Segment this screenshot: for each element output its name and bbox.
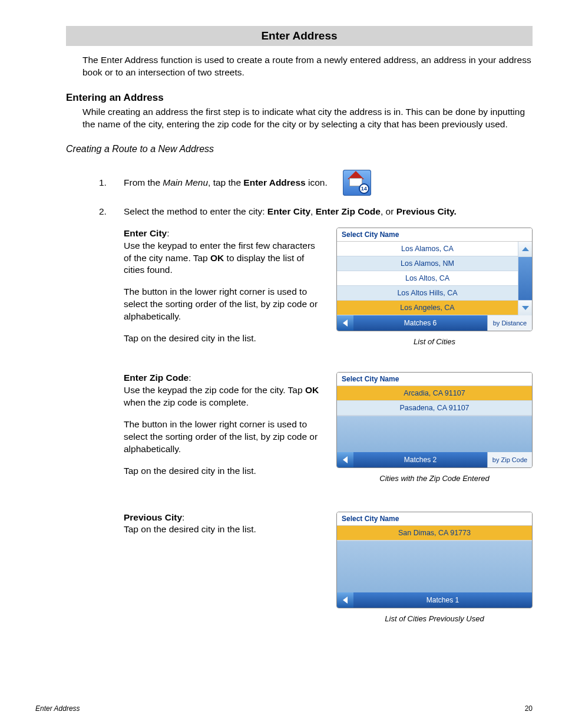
page-footer: Enter Address 20 bbox=[35, 704, 533, 713]
footer-page-number: 20 bbox=[525, 704, 533, 713]
screenshot-caption: Cities with the Zip Code Entered bbox=[336, 474, 533, 483]
entering-address-body: While creating an address the first step… bbox=[82, 106, 533, 131]
matches-label: Matches 2 bbox=[353, 452, 487, 467]
list-item-selected[interactable]: Arcadia, CA 91107 bbox=[337, 386, 532, 401]
enter-zip-text: Enter Zip Code: Use the keypad the zip c… bbox=[124, 372, 322, 486]
back-button[interactable] bbox=[337, 315, 353, 331]
sort-button[interactable]: by Distance bbox=[487, 315, 532, 331]
previous-city-text: Previous City: Tap on the desired city i… bbox=[124, 512, 322, 623]
list-item[interactable]: Los Alamos, CA bbox=[337, 242, 518, 256]
screenshot-zip-list: Select City Name Arcadia, CA 91107 Pasad… bbox=[336, 372, 533, 468]
enter-city-text: Enter City: Use the keypad to enter the … bbox=[124, 228, 322, 354]
empty-list-area bbox=[337, 416, 532, 452]
list-item-selected[interactable]: San Dimas, CA 91773 bbox=[337, 526, 532, 541]
scroll-down-icon[interactable] bbox=[518, 300, 532, 315]
intro-paragraph: The Enter Address function is used to cr… bbox=[82, 54, 533, 79]
screenshot-city-list: Select City Name Los Alamos, CA Los Alam… bbox=[336, 228, 533, 331]
list-item[interactable]: Pasadena, CA 91107 bbox=[337, 401, 532, 416]
step-2-text: Select the method to enter the city: Ent… bbox=[124, 206, 457, 217]
scroll-track[interactable] bbox=[518, 257, 532, 300]
magnifier-badge: 14 bbox=[359, 183, 369, 194]
scrollbar[interactable] bbox=[518, 242, 532, 315]
step-2-number: 2. bbox=[99, 206, 108, 217]
back-button[interactable] bbox=[337, 592, 353, 608]
screenshot-caption: List of Cities Previously Used bbox=[336, 614, 533, 623]
page-title-bar: Enter Address bbox=[66, 26, 533, 46]
list-item[interactable]: Los Alamos, NM bbox=[337, 256, 518, 271]
matches-label: Matches 1 bbox=[353, 592, 532, 608]
screenshot-title: Select City Name bbox=[337, 228, 532, 242]
heading-entering-address: Entering an Address bbox=[66, 92, 533, 104]
screenshot-caption: List of Cities bbox=[336, 337, 533, 346]
scroll-up-icon[interactable] bbox=[518, 242, 532, 257]
step-1-number: 1. bbox=[99, 177, 108, 188]
back-button[interactable] bbox=[337, 452, 353, 467]
screenshot-title: Select City Name bbox=[337, 512, 532, 526]
step-2: 2. Select the method to enter the city: … bbox=[99, 206, 533, 217]
sort-button[interactable]: by Zip Code bbox=[487, 452, 532, 467]
enter-address-icon: 14 bbox=[343, 170, 371, 196]
screenshot-previous-list: Select City Name San Dimas, CA 91773 Mat… bbox=[336, 512, 533, 608]
step-1: 1. From the Main Menu, tap the Enter Add… bbox=[99, 170, 533, 196]
list-item[interactable]: Los Altos Hills, CA bbox=[337, 286, 518, 301]
heading-creating-route: Creating a Route to a New Address bbox=[66, 144, 533, 154]
list-item[interactable]: Los Altos, CA bbox=[337, 271, 518, 286]
footer-section: Enter Address bbox=[35, 704, 80, 713]
step-1-text: From the Main Menu, tap the Enter Addres… bbox=[124, 177, 328, 188]
empty-list-area bbox=[337, 541, 532, 592]
list-item-selected[interactable]: Los Angeles, CA bbox=[337, 301, 518, 315]
matches-label: Matches 6 bbox=[353, 315, 487, 331]
screenshot-title: Select City Name bbox=[337, 373, 532, 386]
